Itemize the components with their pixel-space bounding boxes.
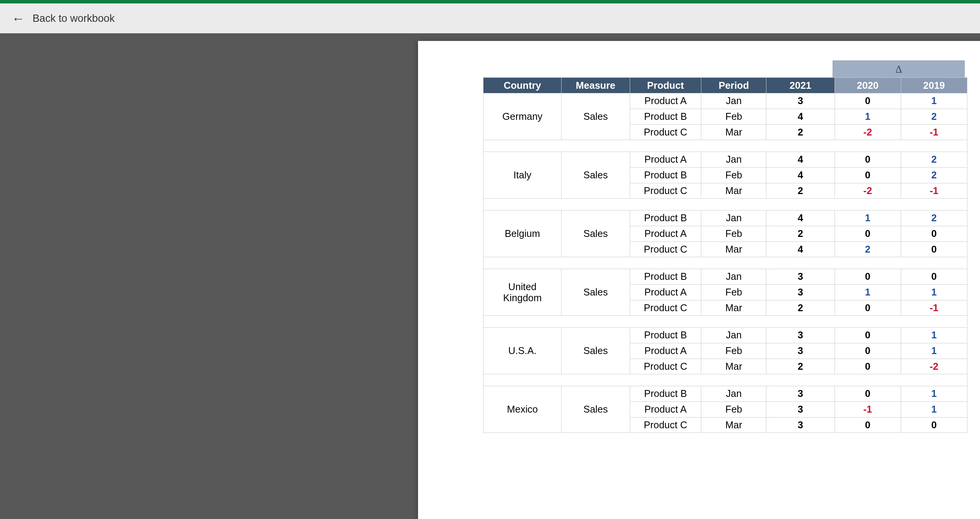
product-cell: Product B bbox=[630, 167, 701, 183]
product-cell: Product A bbox=[630, 343, 701, 359]
value-cell: 3 bbox=[766, 284, 835, 300]
print-preview-page: Δ CountryMeasureProductPeriod20212020201… bbox=[418, 41, 980, 519]
value-cell: 3 bbox=[766, 343, 835, 359]
delta-cell: 1 bbox=[835, 109, 901, 124]
delta-cell: 0 bbox=[835, 269, 901, 285]
value-cell: 2 bbox=[766, 226, 835, 242]
value-cell: 2 bbox=[766, 183, 835, 199]
period-cell: Jan bbox=[701, 93, 766, 109]
value-cell: 3 bbox=[766, 93, 835, 109]
print-preview-canvas[interactable]: Δ CountryMeasureProductPeriod20212020201… bbox=[0, 33, 980, 519]
period-cell: Mar bbox=[701, 124, 766, 140]
delta-cell: 2 bbox=[835, 242, 901, 257]
period-cell: Jan bbox=[701, 211, 766, 226]
country-cell: U.S.A. bbox=[483, 328, 562, 374]
delta-cell: 1 bbox=[835, 284, 901, 300]
delta-cell: 2 bbox=[901, 211, 967, 226]
back-label: Back to workbook bbox=[33, 12, 115, 24]
product-cell: Product C bbox=[630, 300, 701, 316]
measure-cell: Sales bbox=[562, 93, 630, 140]
period-cell: Feb bbox=[701, 226, 766, 242]
country-cell: Mexico bbox=[483, 386, 562, 432]
delta-cell: 0 bbox=[901, 226, 967, 242]
delta-cell: 1 bbox=[901, 93, 967, 109]
value-cell: 2 bbox=[766, 359, 835, 374]
block-gap bbox=[483, 199, 967, 211]
delta-cell: 2 bbox=[901, 152, 967, 168]
delta-cell: 0 bbox=[901, 269, 967, 285]
period-cell: Feb bbox=[701, 284, 766, 300]
preview-toolbar: ← Back to workbook Showing 1 - 1 (for a … bbox=[0, 3, 980, 33]
period-cell: Mar bbox=[701, 242, 766, 257]
column-header: 2019 bbox=[901, 78, 967, 93]
delta-cell: 1 bbox=[835, 211, 901, 226]
product-cell: Product A bbox=[630, 152, 701, 168]
delta-cell: -2 bbox=[835, 124, 901, 140]
period-cell: Mar bbox=[701, 183, 766, 199]
column-header: 2021 bbox=[766, 78, 835, 93]
period-cell: Jan bbox=[701, 152, 766, 168]
product-cell: Product B bbox=[630, 386, 701, 401]
product-cell: Product A bbox=[630, 93, 701, 109]
measure-cell: Sales bbox=[562, 269, 630, 316]
delta-cell: -2 bbox=[835, 183, 901, 199]
delta-cell: 0 bbox=[835, 343, 901, 359]
period-cell: Feb bbox=[701, 343, 766, 359]
period-cell: Mar bbox=[701, 359, 766, 374]
preview-pane: ← Back to workbook Showing 1 - 1 (for a … bbox=[0, 3, 980, 519]
measure-cell: Sales bbox=[562, 386, 630, 432]
table-row: U.S.A.SalesProduct BJan301 bbox=[483, 328, 967, 343]
accent-bar bbox=[0, 0, 980, 3]
table-row: BelgiumSalesProduct BJan412 bbox=[483, 211, 967, 226]
block-gap bbox=[483, 257, 967, 269]
product-cell: Product B bbox=[630, 328, 701, 343]
product-cell: Product C bbox=[630, 124, 701, 140]
country-cell: United Kingdom bbox=[483, 269, 562, 316]
table-row: ItalySalesProduct AJan402 bbox=[483, 152, 967, 168]
measure-cell: Sales bbox=[562, 152, 630, 199]
product-cell: Product A bbox=[630, 284, 701, 300]
period-cell: Jan bbox=[701, 269, 766, 285]
value-cell: 4 bbox=[766, 167, 835, 183]
delta-cell: 0 bbox=[835, 93, 901, 109]
delta-cell: 0 bbox=[835, 359, 901, 374]
value-cell: 4 bbox=[766, 152, 835, 168]
measure-cell: Sales bbox=[562, 211, 630, 257]
delta-cell: 0 bbox=[901, 417, 967, 433]
delta-header: Δ bbox=[833, 60, 965, 77]
delta-cell: 0 bbox=[835, 328, 901, 343]
period-cell: Feb bbox=[701, 167, 766, 183]
column-header: Measure bbox=[562, 78, 630, 93]
column-header: Period bbox=[701, 78, 766, 93]
delta-cell: -1 bbox=[835, 401, 901, 417]
value-cell: 3 bbox=[766, 401, 835, 417]
period-cell: Feb bbox=[701, 401, 766, 417]
delta-cell: 2 bbox=[901, 167, 967, 183]
period-cell: Jan bbox=[701, 386, 766, 401]
product-cell: Product C bbox=[630, 417, 701, 433]
back-to-workbook-button[interactable]: ← Back to workbook bbox=[12, 12, 115, 25]
delta-cell: -2 bbox=[901, 359, 967, 374]
block-gap bbox=[483, 374, 967, 386]
value-cell: 3 bbox=[766, 328, 835, 343]
delta-cell: 0 bbox=[835, 167, 901, 183]
delta-cell: 0 bbox=[835, 417, 901, 433]
delta-cell: 1 bbox=[901, 343, 967, 359]
value-cell: 4 bbox=[766, 242, 835, 257]
product-cell: Product A bbox=[630, 226, 701, 242]
period-cell: Jan bbox=[701, 328, 766, 343]
value-cell: 3 bbox=[766, 269, 835, 285]
value-cell: 4 bbox=[766, 211, 835, 226]
value-cell: 2 bbox=[766, 124, 835, 140]
delta-cell: 0 bbox=[835, 386, 901, 401]
delta-cell: 1 bbox=[901, 401, 967, 417]
delta-cell: -1 bbox=[901, 183, 967, 199]
delta-cell: 1 bbox=[901, 386, 967, 401]
product-cell: Product B bbox=[630, 211, 701, 226]
country-cell: Belgium bbox=[483, 211, 562, 257]
table-row: GermanySalesProduct AJan301 bbox=[483, 93, 967, 109]
block-gap bbox=[483, 316, 967, 328]
value-cell: 3 bbox=[766, 417, 835, 433]
value-cell: 2 bbox=[766, 300, 835, 316]
data-grid: CountryMeasureProductPeriod202120202019G… bbox=[483, 77, 967, 433]
